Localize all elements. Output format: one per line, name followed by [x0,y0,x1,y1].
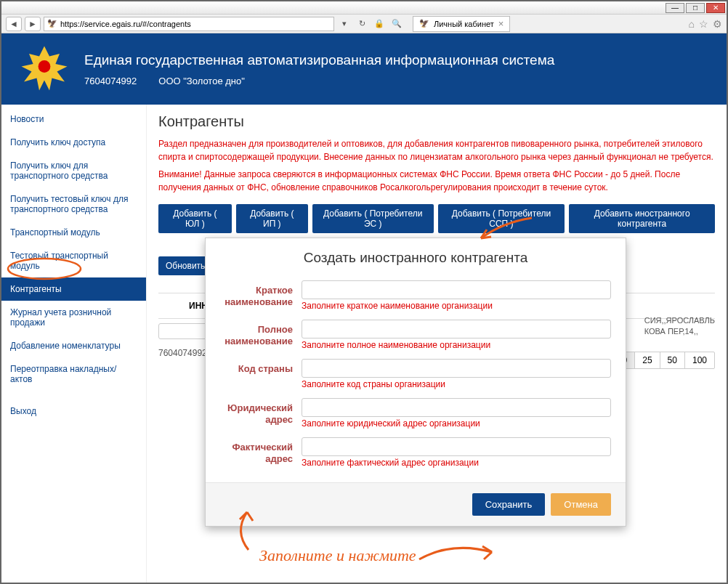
pager-100[interactable]: 100 [685,352,714,368]
add-ip-button[interactable]: Добавить ( ИП ) [236,204,308,233]
sidebar-item-news[interactable]: Новости [1,108,146,131]
back-button[interactable]: ◄ [6,17,22,31]
forward-button[interactable]: ► [25,17,41,31]
warning-1: Раздел предназначен для производителей и… [158,137,715,163]
sidebar-item-testtransport[interactable]: Тестовый транспортный модуль [1,244,146,277]
input-actual-address[interactable] [302,437,611,456]
sidebar-item-transport[interactable]: Транспортный модуль [1,221,146,244]
close-window-button[interactable]: ✕ [706,3,725,13]
add-foreign-button[interactable]: Добавить иностранного контрагента [569,204,715,233]
browser-toolbar: ◄ ► 🦅 https://service.egais.ru/#/contrag… [1,15,727,33]
header-inn: 7604074992 [84,76,137,86]
input-country-code[interactable] [302,359,611,378]
input-short-name[interactable] [302,280,611,299]
url-text: https://service.egais.ru/#/contragents [60,20,331,28]
pager-25[interactable]: 25 [635,352,660,368]
header-org: ООО "Золотое дно" [158,76,245,86]
tab-close-icon[interactable]: × [498,18,504,29]
page-header: Единая государственная автоматизированна… [1,33,727,105]
dropdown-icon[interactable]: ▾ [337,17,352,31]
window-titlebar: — □ ✕ [1,1,727,15]
browser-tab[interactable]: 🦅 Личный кабинет × [413,16,510,32]
tab-favicon: 🦅 [419,19,429,28]
add-es-button[interactable]: Добавить ( Потребители ЭС ) [312,204,434,233]
star-icon[interactable]: ☆ [699,18,708,30]
label-country-code: Код страны [220,359,293,375]
error-legal-address: Заполните юридический адрес организации [302,418,611,429]
emblem-icon [19,44,70,94]
warning-2: Внимание! Данные запроса сверяются в инф… [158,168,715,194]
sidebar-item-nomenclature[interactable]: Добавление номенклатуры [1,334,146,357]
error-full-name: Заполните полное наименование организаци… [302,340,611,350]
input-full-name[interactable] [302,320,611,338]
minimize-button[interactable]: — [666,3,684,13]
tab-title: Личный кабинет [434,20,494,28]
sidebar-item-resend[interactable]: Переотправка накладных/актов [1,357,146,391]
label-legal-address: Юридический адрес [220,398,293,425]
label-full-name: Полное наименование [220,320,293,346]
add-ul-button[interactable]: Добавить ( ЮЛ ) [158,204,232,233]
save-button[interactable]: Сохранить [472,493,546,516]
page-title: Контрагенты [158,113,715,130]
error-actual-address: Заполните фактический адрес организации [302,458,611,468]
address-bar[interactable]: 🦅 https://service.egais.ru/#/contragents [44,17,334,31]
address-tail: СИЯ,,ЯРОСЛАВЛЬ КОВА ПЕР,14,, [644,315,715,338]
error-short-name: Заполните краткое наименование организац… [302,301,611,311]
reload-icon[interactable]: ↻ [355,17,369,31]
home-icon[interactable]: ⌂ [689,18,695,30]
cancel-button[interactable]: Отмена [551,493,611,516]
add-ssp-button[interactable]: Добавить ( Потребители ССП ) [438,204,565,233]
lock-icon: 🔒 [372,17,387,31]
sidebar-item-testkey[interactable]: Получить тестовый ключ для транспортного… [1,187,146,221]
sidebar-item-contragents[interactable]: Контрагенты [1,277,146,301]
sidebar-item-transportkey[interactable]: Получить ключ для транспортного средства [1,154,146,187]
gear-icon[interactable]: ⚙ [713,18,722,30]
dialog-title: Создать иностранного контрагента [206,238,626,276]
search-icon[interactable]: 🔍 [389,17,404,31]
sidebar-item-getkey[interactable]: Получить ключ доступа [1,131,146,154]
label-short-name: Краткое наименование [220,280,293,307]
error-country-code: Заполните код страны организации [302,379,611,389]
sidebar-item-journal[interactable]: Журнал учета розничной продажи [1,301,146,334]
pager-50[interactable]: 50 [660,352,685,368]
svg-point-0 [39,60,51,73]
sidebar: Новости Получить ключ доступа Получить к… [1,105,147,583]
sidebar-item-exit[interactable]: Выход [1,400,146,423]
create-foreign-dialog: Создать иностранного контрагента Краткое… [205,238,626,527]
system-title: Единая государственная автоматизированна… [84,52,554,68]
input-legal-address[interactable] [302,398,611,417]
maximize-button[interactable]: □ [686,3,705,13]
site-icon: 🦅 [47,19,57,28]
label-actual-address: Фактический адрес [220,437,293,464]
